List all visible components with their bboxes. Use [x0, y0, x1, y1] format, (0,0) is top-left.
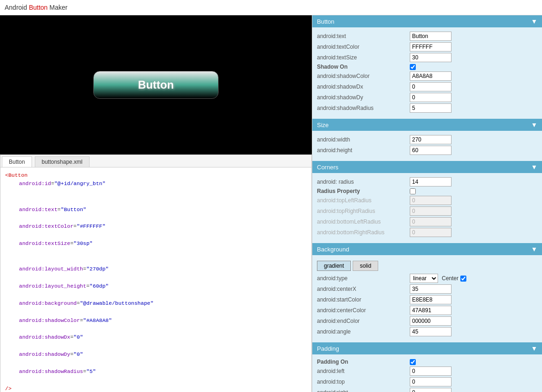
- prop-input-startcolor[interactable]: [410, 295, 452, 304]
- padding-section-title: Padding: [317, 345, 339, 352]
- prop-input-padding-top[interactable]: [410, 377, 452, 386]
- bg-tab-solid[interactable]: solid: [353, 261, 378, 271]
- button-section-body: android:text android:textColor android:t…: [312, 27, 542, 119]
- radius-property-checkbox[interactable]: [410, 188, 416, 194]
- prop-row-height: android:height: [317, 146, 537, 155]
- xml-tab-buttonshape[interactable]: buttonshape.xml: [35, 156, 90, 167]
- prop-row-shadowradius: android:shadowRadius: [317, 103, 537, 113]
- prop-row-endcolor: android:endColor: [317, 316, 537, 326]
- prop-row-bottomleft: android:bottomLeftRadius: [317, 217, 537, 226]
- prop-label-shadowcolor: android:shadowColor: [317, 73, 410, 79]
- prop-input-angle[interactable]: [410, 327, 452, 336]
- prop-row-padding-right: android:right: [317, 388, 537, 392]
- padding-on-label: Padding On: [317, 359, 410, 365]
- xml-tabs: Button buttonshape.xml: [0, 155, 311, 167]
- prop-input-padding-right[interactable]: [410, 388, 452, 392]
- prop-label-shadowdy: android:shadowDy: [317, 94, 410, 101]
- left-panel: Button Button buttonshape.xml <Button an…: [0, 15, 312, 392]
- app-title-suffix: Maker: [48, 4, 68, 11]
- center-checkbox[interactable]: [460, 276, 466, 282]
- prop-input-padding-left[interactable]: [410, 366, 452, 376]
- corners-chevron-icon: ▼: [531, 163, 537, 171]
- prop-input-shadowcolor[interactable]: [410, 71, 452, 81]
- size-section: Size ▼ android:width android:height: [312, 119, 542, 161]
- background-section-header[interactable]: Background ▼: [312, 243, 542, 255]
- button-section-header[interactable]: Button ▼: [312, 15, 542, 27]
- app-title-button: Button: [29, 4, 47, 11]
- prop-label-bottomleft: android:bottomLeftRadius: [317, 218, 410, 225]
- prop-row-shadowdx: android:shadowDx: [317, 82, 537, 91]
- xml-section: Button buttonshape.xml <Button android:i…: [0, 154, 312, 392]
- prop-row-padding-left: android:left: [317, 366, 537, 376]
- prop-input-shadowdx[interactable]: [410, 82, 452, 91]
- size-chevron-icon: ▼: [531, 121, 537, 129]
- size-section-title: Size: [317, 122, 329, 129]
- prop-row-textsize: android:textSize: [317, 53, 537, 62]
- prop-input-radius[interactable]: [410, 177, 452, 186]
- prop-label-bottomright: android:bottomRightRadius: [317, 229, 410, 236]
- prop-label-shadowradius: android:shadowRadius: [317, 105, 410, 111]
- xml-content: <Button android:id="@+id/angry_btn" andr…: [0, 167, 311, 392]
- app-title: Android Button Maker: [0, 0, 542, 15]
- bg-tab-row: gradient solid: [317, 261, 537, 271]
- xml-tab-button[interactable]: Button: [2, 156, 32, 167]
- prop-row-centerx: android:centerX: [317, 284, 537, 294]
- prop-input-textcolor[interactable]: [410, 42, 452, 51]
- prop-label-text: android:text: [317, 33, 410, 39]
- padding-section-header[interactable]: Padding ▼: [312, 342, 542, 354]
- background-chevron-icon: ▼: [531, 245, 537, 253]
- prop-label-centerx: android:centerX: [317, 286, 410, 292]
- center-label: Center: [442, 275, 458, 282]
- prop-label-angle: android:angle: [317, 328, 410, 335]
- radius-property-row: Radius Property: [317, 188, 537, 194]
- padding-section-body: Padding On android:left android:top andr…: [312, 354, 542, 392]
- prop-row-textcolor: android:textColor: [317, 42, 537, 51]
- prop-input-shadowradius[interactable]: [410, 103, 452, 113]
- prop-label-width: android:width: [317, 136, 410, 143]
- prop-label-centercolor: android:centerColor: [317, 307, 410, 314]
- background-section-title: Background: [317, 246, 349, 253]
- prop-label-padding-top: android:top: [317, 379, 410, 385]
- padding-on-checkbox[interactable]: [410, 359, 416, 365]
- prop-select-type[interactable]: linear radial sweep: [410, 274, 438, 283]
- prop-input-topleft: [410, 196, 452, 205]
- right-panel: Button ▼ android:text android:textColor …: [312, 15, 542, 392]
- prop-input-text[interactable]: [410, 32, 452, 41]
- prop-input-height[interactable]: [410, 146, 452, 155]
- prop-label-radius: android: radius: [317, 179, 410, 185]
- bg-tab-gradient[interactable]: gradient: [317, 261, 351, 271]
- prop-input-textsize[interactable]: [410, 53, 452, 62]
- prop-row-type: android:type linear radial sweep Center: [317, 274, 537, 283]
- prop-row-padding-top: android:top: [317, 377, 537, 386]
- prop-label-type: android:type: [317, 275, 410, 282]
- prop-input-bottomright: [410, 228, 452, 237]
- prop-input-shadowdy[interactable]: [410, 93, 452, 102]
- prop-label-endcolor: android:endColor: [317, 318, 410, 324]
- prop-row-radius: android: radius: [317, 177, 537, 186]
- corners-section-header[interactable]: Corners ▼: [312, 161, 542, 173]
- padding-section: Padding ▼ Padding On android:left androi…: [312, 342, 542, 392]
- background-section: Background ▼ gradient solid android:type…: [312, 243, 542, 342]
- prop-input-bottomleft: [410, 217, 452, 226]
- button-chevron-icon: ▼: [531, 18, 537, 25]
- prop-row-startcolor: android:startColor: [317, 295, 537, 304]
- padding-on-row: Padding On: [317, 359, 537, 365]
- prop-input-topright: [410, 206, 452, 216]
- prop-input-centerx[interactable]: [410, 284, 452, 294]
- prop-label-topright: android:topRightRadius: [317, 208, 410, 214]
- size-section-header[interactable]: Size ▼: [312, 119, 542, 131]
- shadow-on-row: Shadow On: [317, 64, 537, 70]
- corners-section: Corners ▼ android: radius Radius Propert…: [312, 161, 542, 243]
- button-section: Button ▼ android:text android:textColor …: [312, 15, 542, 119]
- prop-row-angle: android:angle: [317, 327, 537, 336]
- preview-button[interactable]: Button: [93, 71, 219, 99]
- prop-input-width[interactable]: [410, 135, 452, 144]
- prop-row-topleft: android:topLeftRadius: [317, 196, 537, 205]
- prop-input-centercolor[interactable]: [410, 306, 452, 315]
- prop-input-endcolor[interactable]: [410, 316, 452, 326]
- prop-row-width: android:width: [317, 135, 537, 144]
- background-section-body: gradient solid android:type linear radia…: [312, 255, 542, 342]
- shadow-on-checkbox[interactable]: [410, 64, 416, 70]
- radius-property-label: Radius Property: [317, 188, 410, 194]
- prop-label-padding-left: android:left: [317, 368, 410, 374]
